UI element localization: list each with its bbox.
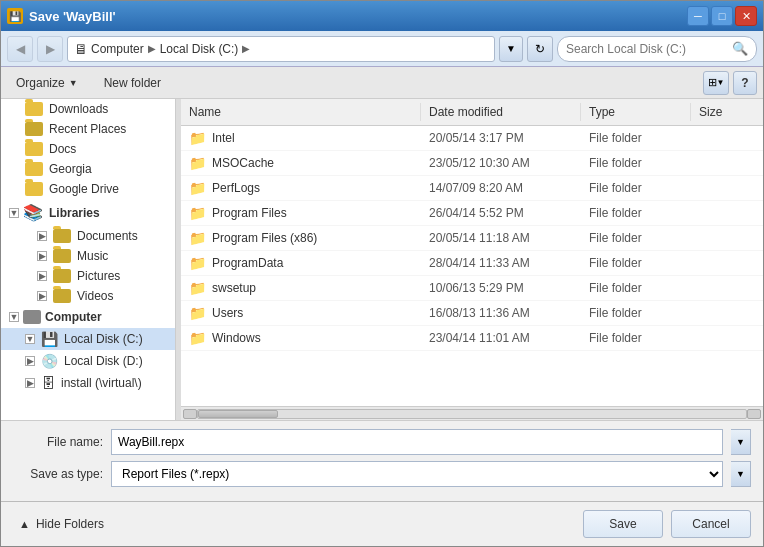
filename-input[interactable] <box>111 429 723 455</box>
sidebar-item-docs[interactable]: Docs <box>1 139 175 159</box>
path-arrow-2: ▶ <box>242 43 250 54</box>
forward-button[interactable]: ▶ <box>37 36 63 62</box>
col-header-name[interactable]: Name <box>181 103 421 121</box>
sidebar-label-pictures: Pictures <box>77 269 120 283</box>
bottom-form: File name: ▼ Save as type: Report Files … <box>1 420 763 501</box>
savetype-dropdown-button[interactable]: ▼ <box>731 461 751 487</box>
search-box[interactable]: 🔍 <box>557 36 757 62</box>
expand-icon: ▶ <box>37 251 47 261</box>
maximize-button[interactable]: □ <box>711 6 733 26</box>
folder-icon <box>53 249 71 263</box>
cancel-button[interactable]: Cancel <box>671 510 751 538</box>
expand-icon: ▼ <box>9 208 19 218</box>
scrollbar-track[interactable] <box>197 409 747 419</box>
expand-icon: ▶ <box>25 356 35 366</box>
sidebar-label-music: Music <box>77 249 108 263</box>
sidebar-item-georgia[interactable]: Georgia <box>1 159 175 179</box>
sidebar-label-google-drive: Google Drive <box>49 182 119 196</box>
folder-icon <box>53 229 71 243</box>
savetype-select[interactable]: Report Files (*.repx) <box>111 461 723 487</box>
organize-dropdown-icon: ▼ <box>69 78 78 88</box>
dialog-title: Save 'WayBill' <box>29 9 116 24</box>
help-icon: ? <box>741 76 748 90</box>
table-row[interactable]: 📁MSOCache 23/05/12 10:30 AM File folder <box>181 151 763 176</box>
table-row[interactable]: 📁PerfLogs 14/07/09 8:20 AM File folder <box>181 176 763 201</box>
table-row[interactable]: 📁Intel 20/05/14 3:17 PM File folder <box>181 126 763 151</box>
scrollbar-right-btn[interactable] <box>747 409 761 419</box>
table-row[interactable]: 📁Users 16/08/13 11:36 AM File folder <box>181 301 763 326</box>
path-computer: 🖥 Computer <box>74 41 144 57</box>
sidebar-label-videos: Videos <box>77 289 113 303</box>
views-button[interactable]: ⊞ ▼ <box>703 71 729 95</box>
table-row[interactable]: 📁Program Files (x86) 20/05/14 11:18 AM F… <box>181 226 763 251</box>
col-header-size[interactable]: Size <box>691 103 763 121</box>
sidebar-item-install-drive[interactable]: ▶ 🗄 install (\virtual\) <box>1 372 175 394</box>
sidebar: Downloads Recent Places Docs Georgia Goo… <box>1 99 176 420</box>
dialog-icon: 💾 <box>7 8 23 24</box>
savetype-label: Save as type: <box>13 467 103 481</box>
sidebar-item-videos[interactable]: ▶ Videos <box>1 286 175 306</box>
cancel-label: Cancel <box>692 517 729 531</box>
organize-button[interactable]: Organize ▼ <box>7 72 87 94</box>
toolbar-right: ⊞ ▼ ? <box>703 71 757 95</box>
expand-icon: ▶ <box>37 271 47 281</box>
table-row[interactable]: 📁Windows 23/04/14 11:01 AM File folder <box>181 326 763 351</box>
organize-label: Organize <box>16 76 65 90</box>
table-row[interactable]: 📁swsetup 10/06/13 5:29 PM File folder <box>181 276 763 301</box>
file-list-scroll[interactable]: Name Date modified Type Size 📁Intel 20/0… <box>181 99 763 406</box>
horizontal-scrollbar[interactable] <box>181 406 763 420</box>
help-button[interactable]: ? <box>733 71 757 95</box>
col-header-type[interactable]: Type <box>581 103 691 121</box>
col-header-date[interactable]: Date modified <box>421 103 581 121</box>
expand-icon: ▶ <box>25 378 35 388</box>
filename-row: File name: ▼ <box>13 429 751 455</box>
footer: ▲ Hide Folders Save Cancel <box>1 501 763 546</box>
save-button[interactable]: Save <box>583 510 663 538</box>
sidebar-item-downloads[interactable]: Downloads <box>1 99 175 119</box>
sidebar-label-recent: Recent Places <box>49 122 126 136</box>
back-button[interactable]: ◀ <box>7 36 33 62</box>
filename-dropdown-button[interactable]: ▼ <box>731 429 751 455</box>
sidebar-item-pictures[interactable]: ▶ Pictures <box>1 266 175 286</box>
new-folder-label: New folder <box>104 76 161 90</box>
expand-icon: ▼ <box>25 334 35 344</box>
sidebar-label-georgia: Georgia <box>49 162 92 176</box>
sidebar-item-google-drive[interactable]: Google Drive <box>1 179 175 199</box>
folder-icon <box>53 269 71 283</box>
search-input[interactable] <box>566 42 728 56</box>
sidebar-item-local-disk-d[interactable]: ▶ 💿 Local Disk (D:) <box>1 350 175 372</box>
scrollbar-thumb[interactable] <box>198 410 278 418</box>
computer-icon <box>23 310 41 324</box>
filename-label: File name: <box>13 435 103 449</box>
sidebar-item-local-disk-c[interactable]: ▼ 💾 Local Disk (C:) <box>1 328 175 350</box>
address-path[interactable]: 🖥 Computer ▶ Local Disk (C:) ▶ <box>67 36 495 62</box>
sidebar-item-documents[interactable]: ▶ Documents <box>1 226 175 246</box>
table-row[interactable]: 📁Program Files 26/04/14 5:52 PM File fol… <box>181 201 763 226</box>
refresh-button[interactable]: ↻ <box>527 36 553 62</box>
scrollbar-left-btn[interactable] <box>183 409 197 419</box>
views-icon: ⊞ <box>708 76 717 89</box>
title-controls: ─ □ ✕ <box>687 6 757 26</box>
file-list: Name Date modified Type Size 📁Intel 20/0… <box>181 99 763 420</box>
hide-folders-icon: ▲ <box>19 518 30 530</box>
sidebar-item-recent-places[interactable]: Recent Places <box>1 119 175 139</box>
minimize-button[interactable]: ─ <box>687 6 709 26</box>
address-bar: ◀ ▶ 🖥 Computer ▶ Local Disk (C:) ▶ ▼ ↻ 🔍 <box>1 31 763 67</box>
folder-icon <box>25 122 43 136</box>
expand-icon: ▶ <box>37 231 47 241</box>
sidebar-section-libraries[interactable]: ▼ 📚 Libraries <box>1 199 175 226</box>
path-arrow-1: ▶ <box>148 43 156 54</box>
folder-icon <box>53 289 71 303</box>
path-localdisk: Local Disk (C:) <box>160 42 239 56</box>
sidebar-item-music[interactable]: ▶ Music <box>1 246 175 266</box>
expand-icon: ▶ <box>37 291 47 301</box>
search-icon: 🔍 <box>732 41 748 56</box>
sidebar-section-computer[interactable]: ▼ Computer <box>1 306 175 328</box>
new-folder-button[interactable]: New folder <box>95 72 170 94</box>
folder-icon <box>25 162 43 176</box>
address-dropdown-button[interactable]: ▼ <box>499 36 523 62</box>
close-button[interactable]: ✕ <box>735 6 757 26</box>
table-row[interactable]: 📁ProgramData 28/04/14 11:33 AM File fold… <box>181 251 763 276</box>
hide-folders-button[interactable]: ▲ Hide Folders <box>13 514 110 534</box>
title-bar: 💾 Save 'WayBill' ─ □ ✕ <box>1 1 763 31</box>
